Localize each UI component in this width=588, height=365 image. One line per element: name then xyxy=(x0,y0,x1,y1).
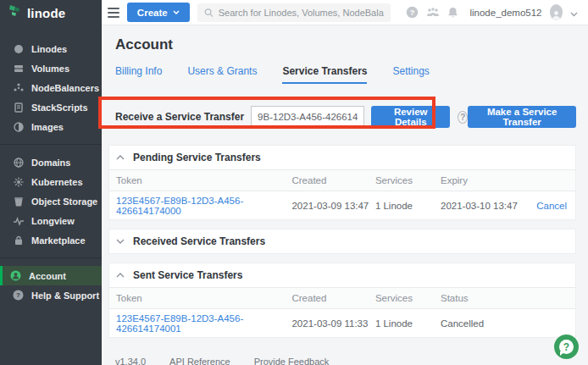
svg-text:?: ? xyxy=(16,291,20,299)
stackscripts-icon xyxy=(13,102,24,113)
transfer-help-icon[interactable]: ? xyxy=(458,111,468,124)
page-title: Account xyxy=(115,36,576,53)
app-version: v1.34.0 xyxy=(115,357,146,365)
cancel-transfer-link[interactable]: Cancel xyxy=(522,201,567,211)
sent-services: 1 Linode xyxy=(375,318,441,329)
app-window: linode Linodes Volumes NodeBalancers Sta… xyxy=(0,0,588,365)
tab-settings[interactable]: Settings xyxy=(392,65,429,84)
review-details-button[interactable]: Review Details xyxy=(371,106,450,128)
notifications-bell-icon[interactable] xyxy=(447,5,459,19)
sent-table-row: 123E4567-E89B-12D3-A456-426614174001 202… xyxy=(109,309,575,337)
sidebar-item-stackscripts[interactable]: StackScripts xyxy=(0,97,102,117)
sidebar-item-marketplace[interactable]: Marketplace xyxy=(0,230,102,250)
pending-services: 1 Linode xyxy=(375,201,441,211)
provide-feedback-link[interactable]: Provide Feedback xyxy=(254,357,330,365)
kubernetes-icon xyxy=(13,176,24,187)
sidebar-nav: Linodes Volumes NodeBalancers StackScrip… xyxy=(0,25,102,305)
sidebar-item-account[interactable]: Account xyxy=(0,266,102,285)
chevron-down-icon xyxy=(173,10,180,14)
volumes-icon xyxy=(13,63,24,74)
sidebar: linode Linodes Volumes NodeBalancers Sta… xyxy=(0,0,102,365)
account-menu-chevron-icon[interactable] xyxy=(570,5,578,20)
sent-transfers-header[interactable]: Sent Service Transfers xyxy=(109,263,575,287)
sent-token-link[interactable]: 123E4567-E89B-12D3-A456-426614174001 xyxy=(116,313,291,334)
sidebar-item-nodebalancers[interactable]: NodeBalancers xyxy=(0,78,102,97)
received-transfers-header[interactable]: Received Service Transfers xyxy=(109,230,575,253)
pending-transfers-header[interactable]: Pending Service Transfers xyxy=(109,146,575,169)
username[interactable]: linode_demo512 xyxy=(469,8,541,18)
help-question-icon: ? xyxy=(559,340,574,354)
collapse-chevron-up-icon xyxy=(116,153,125,162)
images-icon xyxy=(13,121,24,132)
svg-text:?: ? xyxy=(409,8,414,17)
sidebar-item-linodes[interactable]: Linodes xyxy=(0,39,102,58)
sidebar-item-object-storage[interactable]: Object Storage xyxy=(0,191,102,211)
account-tabs: Billing Info Users & Grants Service Tran… xyxy=(115,65,576,84)
avatar[interactable] xyxy=(550,4,563,20)
sent-created: 2021-03-09 11:33 xyxy=(291,318,374,329)
sidebar-divider xyxy=(0,144,102,145)
tab-service-transfers[interactable]: Service Transfers xyxy=(282,65,367,84)
transfer-token-input[interactable] xyxy=(251,106,364,128)
collapse-chevron-down-icon xyxy=(116,237,125,246)
domains-icon xyxy=(13,157,24,168)
hamburger-menu-icon[interactable] xyxy=(108,8,119,18)
sidebar-divider xyxy=(0,257,102,258)
sidebar-item-longview[interactable]: Longview xyxy=(0,211,102,230)
collapse-chevron-up-icon xyxy=(116,271,125,279)
search-input[interactable] xyxy=(219,8,384,18)
logo-wordmark: linode xyxy=(27,6,65,20)
received-transfers-panel: Received Service Transfers xyxy=(108,229,576,254)
sidebar-item-images[interactable]: Images xyxy=(0,117,102,136)
pending-expiry: 2021-03-10 13:47 xyxy=(441,201,522,211)
pending-transfers-panel: Pending Service Transfers Token Created … xyxy=(108,145,576,220)
make-service-transfer-button[interactable]: Make a Service Transfer xyxy=(468,106,576,128)
api-reference-link[interactable]: API Reference xyxy=(169,357,230,365)
content-column: Create ? linode_demo512 xyxy=(102,0,588,365)
community-icon[interactable] xyxy=(426,5,440,19)
pending-table-row: 123E4567-E89B-12D3-A456-426614174000 202… xyxy=(109,191,575,219)
linode-logo[interactable]: linode xyxy=(0,0,102,25)
help-fab-button[interactable]: ? xyxy=(554,335,579,359)
tab-users-grants[interactable]: Users & Grants xyxy=(187,65,257,84)
marketplace-icon xyxy=(13,235,24,246)
sidebar-item-help-support[interactable]: ? Help & Support xyxy=(0,285,102,305)
main-content: Account Billing Info Users & Grants Serv… xyxy=(102,25,588,365)
linode-logo-icon xyxy=(8,4,22,21)
sent-status: Cancelled xyxy=(441,318,567,329)
footer: v1.34.0 API Reference Provide Feedback xyxy=(115,357,576,365)
tab-billing-info[interactable]: Billing Info xyxy=(115,65,162,84)
help-icon[interactable]: ? xyxy=(406,5,419,19)
bucket-icon xyxy=(13,196,24,207)
nodebalancer-icon xyxy=(13,82,24,93)
pending-created: 2021-03-09 13:47 xyxy=(291,201,374,211)
sidebar-item-kubernetes[interactable]: Kubernetes xyxy=(0,172,102,191)
global-search[interactable] xyxy=(197,3,391,22)
search-icon xyxy=(204,8,214,18)
create-button[interactable]: Create xyxy=(127,3,190,22)
pending-table-header: Token Created Services Expiry xyxy=(109,169,575,191)
pending-token-link[interactable]: 123E4567-E89B-12D3-A456-426614174000 xyxy=(116,196,291,216)
sidebar-item-volumes[interactable]: Volumes xyxy=(0,58,102,78)
linode-icon xyxy=(13,43,24,54)
help-circle-icon: ? xyxy=(13,290,24,301)
topbar: Create ? linode_demo512 xyxy=(102,0,588,25)
sent-transfers-panel: Sent Service Transfers Token Created Ser… xyxy=(108,263,576,338)
account-person-icon xyxy=(10,270,21,281)
receive-transfer-label: Receive a Service Transfer xyxy=(115,111,244,123)
pulse-icon xyxy=(13,215,24,226)
sent-table-header: Token Created Services Status xyxy=(109,287,575,309)
sidebar-item-domains[interactable]: Domains xyxy=(0,152,102,172)
receive-transfer-row: Receive a Service Transfer Review Detail… xyxy=(115,106,576,128)
